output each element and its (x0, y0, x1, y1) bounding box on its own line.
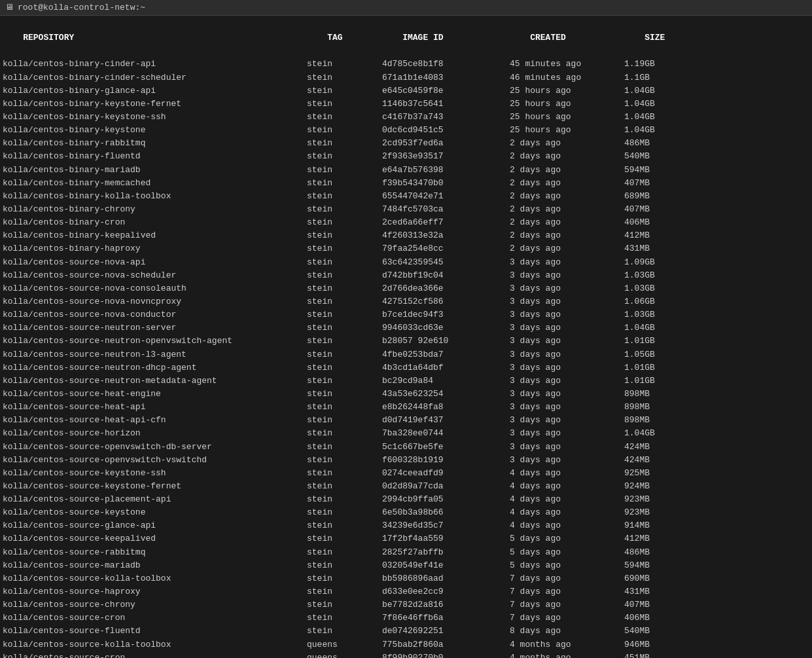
cell-id: c4167b37a743 (382, 111, 510, 124)
titlebar-title: root@kolla-control-netw:~ (18, 3, 145, 12)
cell-created: 7 days ago (510, 598, 624, 612)
cell-tag: stein (307, 321, 382, 335)
table-row: kolla/centos-binary-keepalived stein 4f2… (3, 229, 809, 242)
cell-created: 3 days ago (510, 375, 624, 388)
cell-created: 5 days ago (510, 546, 624, 559)
table-row: kolla/centos-source-placement-api stein … (3, 493, 809, 506)
cell-tag: stein (307, 532, 382, 545)
cell-repo: kolla/centos-source-fluentd (3, 625, 307, 638)
cell-tag: stein (307, 361, 382, 375)
table-row: kolla/centos-binary-kolla-toolbox stein … (3, 190, 809, 203)
cell-tag: stein (307, 269, 382, 282)
cell-size: 407MB (624, 203, 677, 216)
cell-id: 7ba328ee0744 (382, 427, 510, 440)
cell-repo: kolla/centos-source-chrony (3, 598, 307, 612)
cell-tag: stein (307, 229, 382, 242)
cell-tag: stein (307, 506, 382, 519)
titlebar-icon: 🖥 (5, 3, 14, 12)
cell-repo: kolla/centos-source-keystone-fernet (3, 480, 307, 493)
terminal: REPOSITORYTAGIMAGE IDCREATEDSIZE kolla/c… (0, 16, 812, 658)
cell-id: de0742692251 (382, 625, 510, 638)
cell-id: 4fbe0253bda7 (382, 348, 510, 361)
cell-tag: stein (307, 137, 382, 150)
cell-created: 3 days ago (510, 308, 624, 321)
table-row: kolla/centos-source-heat-api stein e8b26… (3, 401, 809, 414)
table-row: kolla/centos-source-keepalived stein 17f… (3, 532, 809, 545)
cell-created: 3 days ago (510, 256, 624, 269)
cell-size: 1.19GB (624, 58, 677, 71)
cell-tag: stein (307, 546, 382, 559)
cell-id: e645c0459f8e (382, 84, 510, 98)
cell-repo: kolla/centos-binary-cinder-api (3, 58, 307, 71)
cell-tag: stein (307, 493, 382, 506)
cell-id: bc29cd9a84 (382, 375, 510, 388)
cell-size: 1.1GB (624, 71, 677, 84)
table-row: kolla/centos-source-keystone-fernet stei… (3, 480, 809, 493)
cell-tag: stein (307, 71, 382, 84)
cell-created: 3 days ago (510, 388, 624, 401)
cell-id: d633e0ee2cc9 (382, 585, 510, 598)
table-row: kolla/centos-source-keystone stein 6e50b… (3, 506, 809, 519)
cell-created: 2 days ago (510, 229, 624, 242)
table-row: kolla/centos-binary-cron stein 2ced6a66e… (3, 216, 809, 229)
cell-id: 4b3cd1a64dbf (382, 361, 510, 375)
cell-tag: stein (307, 454, 382, 467)
cell-id: e8b262448fa8 (382, 401, 510, 414)
cell-created: 46 minutes ago (510, 71, 624, 84)
col-header-size: SIZE (644, 31, 697, 45)
cell-size: 1.01GB (624, 335, 677, 348)
cell-repo: kolla/centos-source-cron (3, 651, 307, 658)
cell-id: 2994cb9ffa05 (382, 493, 510, 506)
cell-size: 540MB (624, 625, 677, 638)
cell-size: 451MB (624, 651, 677, 658)
table-row: kolla/centos-source-neutron-server stein… (3, 321, 809, 335)
cell-repo: kolla/centos-source-glance-api (3, 519, 307, 532)
cell-size: 898MB (624, 388, 677, 401)
cell-repo: kolla/centos-source-neutron-server (3, 321, 307, 335)
cell-tag: stein (307, 98, 382, 111)
cell-created: 3 days ago (510, 427, 624, 440)
cell-size: 898MB (624, 414, 677, 427)
cell-size: 1.04GB (624, 98, 677, 111)
cell-id: b7ce1dec94f3 (382, 308, 510, 321)
cell-size: 924MB (624, 480, 677, 493)
cell-repo: kolla/centos-source-keystone (3, 506, 307, 519)
cell-repo: kolla/centos-source-openvswitch-vswitchd (3, 454, 307, 467)
cell-created: 3 days ago (510, 282, 624, 295)
cell-repo: kolla/centos-source-kolla-toolbox (3, 638, 307, 651)
cell-repo: kolla/centos-source-nova-novncproxy (3, 295, 307, 308)
cell-tag: stein (307, 427, 382, 440)
cell-id: 0dc6cd9451c5 (382, 124, 510, 137)
cell-repo: kolla/centos-source-placement-api (3, 493, 307, 506)
cell-tag: stein (307, 84, 382, 98)
table-row: kolla/centos-binary-keystone-fernet stei… (3, 98, 809, 111)
cell-repo: kolla/centos-source-neutron-dhcp-agent (3, 361, 307, 375)
cell-repo: kolla/centos-source-heat-api (3, 401, 307, 414)
cell-id: 7f86e46ffb6a (382, 612, 510, 625)
cell-size: 407MB (624, 598, 677, 612)
table-row: kolla/centos-source-neutron-dhcp-agent s… (3, 361, 809, 375)
cell-size: 1.01GB (624, 375, 677, 388)
cell-tag: stein (307, 348, 382, 361)
cell-size: 431MB (624, 585, 677, 598)
cell-size: 1.04GB (624, 321, 677, 335)
cell-repo: kolla/centos-binary-kolla-toolbox (3, 190, 307, 203)
table-row: kolla/centos-source-neutron-l3-agent ste… (3, 348, 809, 361)
cell-repo: kolla/centos-source-cron (3, 612, 307, 625)
cell-size: 486MB (624, 137, 677, 150)
cell-id: 2825f27abffb (382, 546, 510, 559)
cell-tag: stein (307, 242, 382, 255)
rows-container: kolla/centos-binary-cinder-api stein 4d7… (3, 58, 809, 658)
cell-tag: stein (307, 414, 382, 427)
table-row: kolla/centos-binary-cinder-api stein 4d7… (3, 58, 809, 71)
cell-created: 3 days ago (510, 401, 624, 414)
cell-size: 1.04GB (624, 124, 677, 137)
cell-id: 4275152cf586 (382, 295, 510, 308)
cell-tag: stein (307, 559, 382, 572)
cell-size: 1.06GB (624, 295, 677, 308)
cell-repo: kolla/centos-source-kolla-toolbox (3, 572, 307, 585)
cell-id: bb5986896aad (382, 572, 510, 585)
table-row: kolla/centos-source-keystone-ssh stein 0… (3, 467, 809, 480)
cell-repo: kolla/centos-source-neutron-l3-agent (3, 348, 307, 361)
cell-repo: kolla/centos-source-neutron-openvswitch-… (3, 335, 307, 348)
